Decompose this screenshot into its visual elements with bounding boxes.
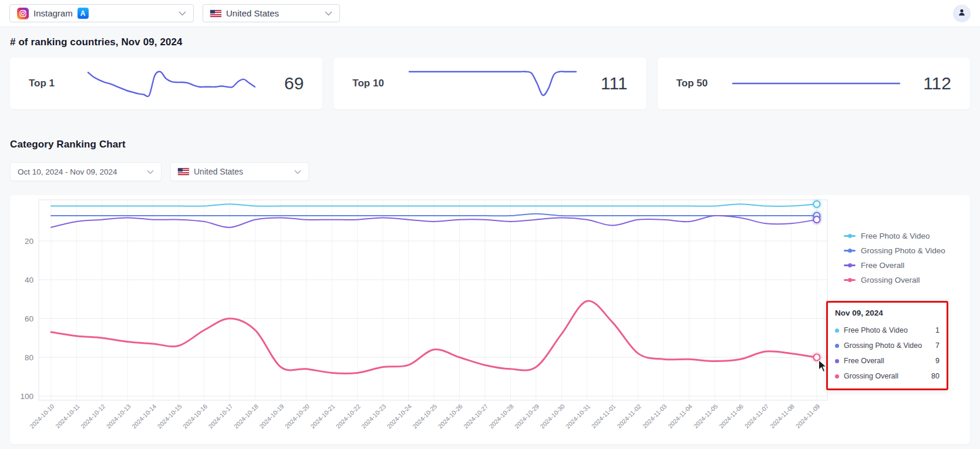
svg-text:2024-11-03: 2024-11-03 — [641, 403, 668, 430]
legend-item-grossing-photo-video[interactable]: Grossing Photo & Video — [844, 246, 945, 255]
svg-text:2024-10-10: 2024-10-10 — [28, 403, 56, 430]
tooltip-value: 80 — [931, 372, 939, 380]
top1-value: 69 — [284, 73, 304, 93]
country-select-value: United States — [226, 8, 279, 18]
tooltip-row: Grossing Overall 80 — [835, 368, 939, 384]
top50-card: Top 50 112 — [658, 58, 970, 109]
legend-line-icon — [844, 279, 856, 281]
legend-label: Free Photo & Video — [861, 232, 930, 240]
tooltip-label: Free Photo & Video — [844, 326, 908, 334]
topbar: Instagram A United States — [0, 0, 980, 27]
date-range-select[interactable]: Oct 10, 2024 - Nov 09, 2024 — [10, 162, 161, 181]
svg-text:60: 60 — [25, 314, 33, 323]
ranking-countries-heading: # of ranking countries, Nov 09, 2024 — [10, 36, 970, 48]
svg-text:2024-11-08: 2024-11-08 — [769, 403, 796, 430]
legend-item-free-photo-video[interactable]: Free Photo & Video — [844, 232, 945, 240]
svg-text:2024-11-04: 2024-11-04 — [666, 403, 693, 430]
svg-text:2024-11-07: 2024-11-07 — [743, 403, 770, 430]
svg-text:2024-11-01: 2024-11-01 — [590, 403, 617, 430]
svg-text:2024-10-31: 2024-10-31 — [564, 403, 592, 430]
grid-layer — [39, 200, 827, 400]
svg-text:2024-10-28: 2024-10-28 — [487, 403, 515, 430]
legend-line-icon — [844, 235, 856, 237]
svg-text:2024-10-18: 2024-10-18 — [233, 403, 260, 430]
us-flag-icon — [178, 168, 189, 175]
svg-text:2024-10-23: 2024-10-23 — [360, 403, 388, 430]
dashboard-content: # of ranking countries, Nov 09, 2024 Top… — [0, 27, 980, 444]
chart-country-value: United States — [194, 167, 243, 176]
chart-tooltip: Nov 09, 2024 Free Photo & Video 1 Grossi… — [826, 301, 948, 390]
top50-value: 112 — [923, 73, 951, 93]
svg-text:2024-10-24: 2024-10-24 — [385, 403, 413, 430]
svg-text:2024-10-26: 2024-10-26 — [436, 403, 464, 430]
series-dot-icon — [835, 329, 839, 333]
svg-text:2024-11-05: 2024-11-05 — [692, 403, 719, 430]
legend-item-grossing-overall[interactable]: Grossing Overall — [844, 276, 945, 284]
svg-text:2024-10-13: 2024-10-13 — [105, 403, 132, 430]
category-ranking-heading: Category Ranking Chart — [10, 139, 970, 150]
legend-item-free-overall[interactable]: Free Overall — [844, 261, 945, 270]
svg-text:20: 20 — [25, 237, 33, 246]
x-axis-labels: 2024-10-102024-10-112024-10-122024-10-13… — [28, 403, 821, 430]
app-select-value: Instagram — [33, 8, 73, 18]
svg-text:2024-11-09: 2024-11-09 — [794, 403, 821, 430]
chevron-down-icon — [147, 170, 154, 174]
svg-text:2024-10-29: 2024-10-29 — [513, 403, 541, 430]
top10-value: 111 — [601, 73, 628, 93]
tooltip-value: 9 — [935, 357, 939, 365]
tooltip-row: Free Overall 9 — [835, 353, 939, 368]
chevron-down-icon — [325, 11, 332, 16]
tooltip-label: Free Overall — [844, 357, 884, 365]
svg-text:2024-10-27: 2024-10-27 — [462, 403, 490, 430]
tooltip-date: Nov 09, 2024 — [835, 309, 939, 317]
legend-line-icon — [844, 250, 856, 252]
svg-text:2024-10-19: 2024-10-19 — [258, 403, 285, 430]
legend-label: Grossing Overall — [861, 276, 920, 284]
top10-label: Top 10 — [352, 78, 395, 89]
series-layer — [51, 199, 822, 374]
chevron-down-icon — [179, 11, 186, 16]
instagram-icon — [17, 8, 29, 19]
tooltip-value: 1 — [935, 326, 939, 334]
svg-text:2024-10-25: 2024-10-25 — [411, 403, 439, 430]
svg-text:2024-10-15: 2024-10-15 — [156, 403, 183, 430]
top10-card: Top 10 111 — [334, 58, 646, 109]
tooltip-row: Free Photo & Video 1 — [835, 323, 939, 338]
top1-card: Top 1 69 — [10, 58, 322, 109]
endpoint-marker — [813, 201, 820, 207]
chart-country-select[interactable]: United States — [170, 162, 309, 181]
mouse-cursor-icon — [818, 360, 828, 376]
chart-filters: Oct 10, 2024 - Nov 09, 2024 United State… — [10, 162, 970, 181]
tooltip-row: Grossing Photo & Video 7 — [835, 338, 939, 353]
series-dot-icon — [835, 344, 839, 348]
chevron-down-icon — [294, 170, 301, 174]
app-store-icon: A — [78, 8, 89, 19]
tooltip-label: Grossing Photo & Video — [844, 341, 922, 350]
app-select[interactable]: Instagram A — [9, 4, 194, 22]
series-dot-icon — [835, 359, 839, 363]
svg-text:2024-10-16: 2024-10-16 — [181, 403, 209, 430]
svg-text:2024-10-22: 2024-10-22 — [335, 403, 362, 430]
user-icon — [958, 8, 966, 19]
us-flag-icon — [210, 10, 221, 17]
legend-label: Free Overall — [861, 261, 904, 270]
endpoint-marker — [813, 216, 820, 223]
svg-text:2024-10-12: 2024-10-12 — [79, 403, 107, 430]
svg-text:2024-10-30: 2024-10-30 — [538, 403, 566, 430]
svg-text:2024-10-17: 2024-10-17 — [207, 403, 234, 430]
user-avatar-button[interactable] — [953, 5, 971, 22]
svg-text:2024-11-06: 2024-11-06 — [718, 403, 745, 430]
svg-text:2024-10-14: 2024-10-14 — [130, 403, 158, 430]
date-range-value: Oct 10, 2024 - Nov 09, 2024 — [18, 167, 117, 176]
svg-text:2024-11-02: 2024-11-02 — [615, 403, 642, 430]
category-ranking-chart: 204060801002024-10-102024-10-112024-10-1… — [10, 195, 970, 444]
svg-text:2024-10-21: 2024-10-21 — [309, 403, 336, 430]
top50-label: Top 50 — [676, 78, 719, 89]
country-select[interactable]: United States — [203, 4, 340, 22]
series-dot-icon — [835, 374, 839, 378]
top1-label: Top 1 — [29, 78, 71, 89]
svg-text:2024-10-11: 2024-10-11 — [54, 403, 81, 430]
legend-line-icon — [844, 264, 856, 266]
svg-text:100: 100 — [20, 392, 33, 401]
top50-sparkline — [728, 67, 904, 100]
